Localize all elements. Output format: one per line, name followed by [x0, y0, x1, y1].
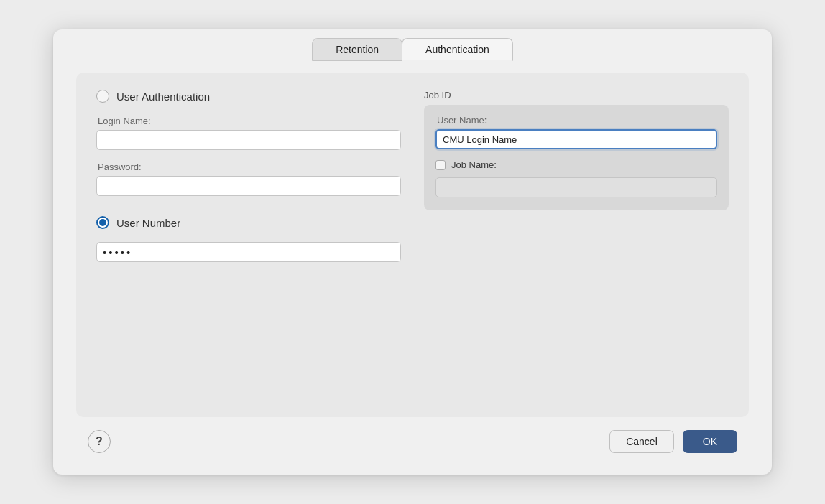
login-name-input[interactable] — [96, 130, 401, 150]
tab-authentication[interactable]: Authentication — [402, 38, 513, 61]
user-name-input[interactable] — [435, 129, 717, 149]
user-auth-radio-row[interactable]: User Authentication — [96, 90, 401, 103]
job-name-checkbox-row[interactable]: Job Name: — [435, 159, 717, 170]
user-number-radio[interactable] — [96, 216, 109, 229]
content-area: User Authentication Login Name: Password… — [76, 73, 749, 417]
password-label: Password: — [98, 162, 401, 172]
tab-bar: Retention Authentication — [53, 29, 772, 61]
dialog: Retention Authentication User Authentica… — [53, 29, 772, 475]
action-buttons: Cancel OK — [609, 430, 737, 453]
ok-button[interactable]: OK — [683, 430, 737, 453]
help-button[interactable]: ? — [88, 430, 111, 453]
login-name-label: Login Name: — [98, 116, 401, 126]
job-id-label: Job ID — [424, 90, 729, 101]
user-auth-label: User Authentication — [116, 90, 210, 103]
job-name-input[interactable] — [435, 177, 717, 197]
bottom-bar: ? Cancel OK — [53, 417, 772, 453]
left-panel: User Authentication Login Name: Password… — [96, 90, 401, 397]
user-number-input[interactable] — [96, 242, 401, 262]
cancel-button[interactable]: Cancel — [609, 430, 674, 453]
user-name-label: User Name: — [437, 115, 717, 126]
tab-retention[interactable]: Retention — [312, 38, 402, 61]
job-id-box: User Name: Job Name: — [424, 105, 729, 210]
password-input[interactable] — [96, 176, 401, 196]
right-panel: Job ID User Name: Job Name: — [424, 90, 729, 397]
job-name-checkbox-label: Job Name: — [451, 159, 497, 170]
user-number-label: User Number — [116, 217, 180, 229]
user-auth-radio[interactable] — [96, 90, 109, 103]
user-number-radio-row[interactable]: User Number — [96, 216, 401, 229]
job-name-checkbox[interactable] — [435, 160, 446, 170]
